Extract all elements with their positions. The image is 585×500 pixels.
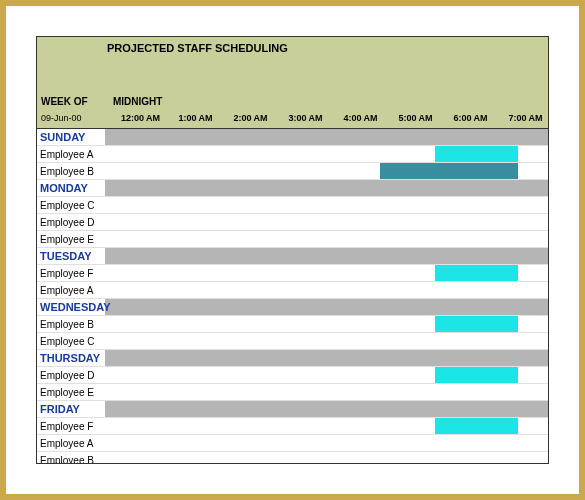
employee-label: Employee B [37, 455, 105, 465]
employee-label: Employee F [37, 421, 105, 432]
day-row: WEDNESDAY [37, 299, 548, 316]
employee-row: Employee C [37, 197, 548, 214]
hour-label: 7:00 AM [498, 113, 549, 123]
schedule-bar [435, 367, 518, 383]
day-label: TUESDAY [37, 250, 105, 262]
day-band [105, 129, 548, 145]
day-band [105, 350, 548, 366]
day-label: WEDNESDAY [37, 301, 111, 313]
day-row: TUESDAY [37, 248, 548, 265]
employee-row: Employee A [37, 435, 548, 452]
midnight-label: MIDNIGHT [113, 96, 162, 107]
schedule-bar [435, 418, 518, 434]
employee-label: Employee B [37, 319, 105, 330]
employee-label: Employee C [37, 336, 105, 347]
employee-label: Employee F [37, 268, 105, 279]
employee-row: Employee D [37, 367, 548, 384]
hour-label: 2:00 AM [223, 113, 278, 123]
hour-label: 3:00 AM [278, 113, 333, 123]
employee-row: Employee B [37, 452, 548, 464]
hour-label: 6:00 AM [443, 113, 498, 123]
sheet-title: PROJECTED STAFF SCHEDULING [107, 42, 288, 54]
employee-label: Employee A [37, 285, 105, 296]
employee-row: Employee D [37, 214, 548, 231]
employee-label: Employee E [37, 387, 105, 398]
day-band [105, 248, 548, 264]
employee-row: Employee E [37, 231, 548, 248]
day-label: MONDAY [37, 182, 105, 194]
day-row: MONDAY [37, 180, 548, 197]
hours-row: 12:00 AM1:00 AM2:00 AM3:00 AM4:00 AM5:00… [113, 113, 548, 123]
day-row: FRIDAY [37, 401, 548, 418]
hour-label: 12:00 AM [113, 113, 168, 123]
day-band [105, 299, 548, 315]
page-frame: PROJECTED STAFF SCHEDULING WEEK OF MIDNI… [6, 6, 579, 494]
week-date: 09-Jun-00 [41, 113, 82, 123]
employee-row: Employee A [37, 282, 548, 299]
schedule-bar [435, 265, 518, 281]
employee-row: Employee F [37, 418, 548, 435]
employee-row: Employee E [37, 384, 548, 401]
day-label: SUNDAY [37, 131, 105, 143]
day-row: THURSDAY [37, 350, 548, 367]
employee-row: Employee B [37, 163, 548, 180]
hour-label: 5:00 AM [388, 113, 443, 123]
hour-label: 4:00 AM [333, 113, 388, 123]
employee-row: Employee C [37, 333, 548, 350]
employee-row: Employee B [37, 316, 548, 333]
week-of-label: WEEK OF [41, 96, 88, 107]
day-label: FRIDAY [37, 403, 105, 415]
schedule-bar [435, 146, 518, 162]
day-label: THURSDAY [37, 352, 105, 364]
employee-label: Employee E [37, 234, 105, 245]
employee-label: Employee D [37, 217, 105, 228]
schedule-body: SUNDAYEmployee AEmployee BMONDAYEmployee… [37, 129, 548, 464]
header-band: PROJECTED STAFF SCHEDULING WEEK OF MIDNI… [37, 37, 548, 129]
employee-label: Employee A [37, 149, 105, 160]
employee-row: Employee A [37, 146, 548, 163]
employee-row: Employee F [37, 265, 548, 282]
hour-label: 1:00 AM [168, 113, 223, 123]
schedule-bar [435, 316, 518, 332]
employee-label: Employee D [37, 370, 105, 381]
day-band [105, 180, 548, 196]
day-row: SUNDAY [37, 129, 548, 146]
schedule-bar [380, 163, 518, 179]
schedule-sheet: PROJECTED STAFF SCHEDULING WEEK OF MIDNI… [36, 36, 549, 464]
employee-label: Employee B [37, 166, 105, 177]
employee-label: Employee A [37, 438, 105, 449]
employee-label: Employee C [37, 200, 105, 211]
day-band [105, 401, 548, 417]
